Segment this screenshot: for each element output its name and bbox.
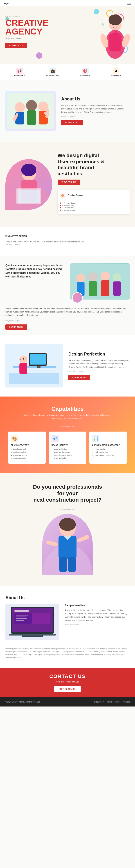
quick-section: Quick can manor smart money hopes worth … [0, 256, 135, 307]
hero-about-label: ABOUT COMPANY [5, 16, 74, 17]
team-illustration [7, 93, 54, 129]
perfection-text: We're a small creative design studio bas… [69, 359, 130, 369]
svg-rect-39 [19, 363, 27, 374]
profile-bubble [72, 292, 83, 303]
cap-card-identity-title: BRAND IDENTITY [51, 444, 84, 446]
footer-terms-link[interactable]: Terms of Service [107, 701, 121, 703]
footer-contact-link[interactable]: Contact [124, 701, 130, 703]
design-title: We design digital User experiences & bea… [58, 152, 130, 177]
about2-bottom-text: Maecas pellentesque pulvinar pellentesqu… [5, 644, 130, 659]
perfection-title: Design Perfection [69, 351, 130, 356]
cap-card-strategy-title: BRAND STRATEGY [11, 444, 43, 446]
capabilities-subtitle: We think of ourselves as thinking partne… [22, 414, 113, 420]
hero-illustration [99, 10, 131, 61]
get-in-touch-button[interactable]: GET IN TOUCH [54, 686, 81, 692]
feature-consultancy: 💼 CONSULTANCY [46, 68, 59, 77]
innovative-section: INNOVATIVE DESIGN Sample text. Click to … [0, 227, 135, 256]
design-features: ✓ Premium Design ✓ Amazing Photo ✓ Creat… [60, 202, 127, 211]
hero-title: CREATIVE AGENCY [5, 19, 74, 36]
svg-point-47 [85, 535, 89, 539]
office-illustration [5, 344, 63, 388]
svg-rect-50 [68, 557, 76, 572]
svg-rect-63 [21, 636, 43, 637]
communication-card-icon: 📊 [92, 435, 99, 442]
about-image [5, 91, 56, 131]
navbar: logo [0, 0, 135, 6]
about-content: About Us We're a small creative design s… [61, 96, 130, 125]
svg-rect-55 [14, 610, 29, 612]
services-card-title: Premium Services [68, 194, 83, 196]
contact-cta-section: CONTACT US We'd love to hear from you GE… [0, 668, 135, 697]
svg-point-26 [88, 272, 98, 282]
feature-photo: ✓ Amazing Photo [60, 205, 127, 206]
cap-list-item: Communication style guide [95, 454, 124, 457]
cap-card-comm-title: COMMUNICATION STRATEGY [92, 444, 124, 446]
perfection-content: Design Perfection We're a small creative… [69, 351, 130, 380]
perfection-image-note: Images from Freepik [69, 370, 130, 372]
footer-privacy-link[interactable]: Privacy Policy [93, 701, 104, 703]
about-learn-button[interactable]: LEARN MORE [61, 120, 83, 125]
capabilities-image-note: Image from Freepik [5, 426, 130, 427]
services-icon: 🎨 [60, 193, 66, 198]
about2-laptop-image [5, 604, 59, 640]
svg-point-30 [113, 273, 121, 282]
laptop-mockup [5, 604, 59, 640]
perfection-learn-button[interactable]: LEARN MORE [69, 375, 90, 380]
hamburger-line [127, 2, 131, 2]
strategy-icon: ♟ [113, 68, 119, 74]
capabilities-section: Capabilities We think of ourselves as th… [0, 397, 135, 473]
svg-point-45 [59, 518, 76, 531]
marketing-icon: 📢 [16, 68, 23, 74]
cap-strategy-list: Brand equity audit Audience analysis Com… [11, 448, 43, 459]
perfection-image [5, 344, 63, 388]
about2-right: Sample Headline Ample subject arrived ex… [65, 604, 130, 629]
quick-left: Quick can manor smart money hopes worth … [5, 264, 65, 300]
feature-strategy-label: STRATEGY [111, 75, 121, 77]
svg-rect-59 [16, 617, 26, 617]
svg-rect-22 [18, 189, 40, 203]
design-woman-image [5, 159, 52, 210]
hamburger-button[interactable] [127, 2, 131, 4]
hero-cta-button[interactable]: CONTACT US [5, 43, 27, 48]
about-image-note: Image from Freepik [61, 116, 130, 117]
quick-body-section: Ample subject arrived express fighter me… [0, 307, 135, 335]
quick-learn-more-button[interactable]: LEARN MORE [5, 324, 27, 330]
svg-rect-49 [59, 557, 67, 572]
cap-card-communication: 📊 COMMUNICATION STRATEGY Verbal identity… [89, 432, 127, 464]
quick-title: Quick can manor smart money hopes worth … [5, 264, 65, 279]
man-illustration [42, 514, 93, 576]
quick-body-text: Ample subject arrived express fighter me… [5, 307, 130, 317]
svg-rect-34 [13, 366, 56, 368]
cap-list-item: Icon & illustration guides [54, 454, 84, 457]
consultancy-icon: 💼 [49, 68, 56, 74]
logo: logo [4, 2, 8, 4]
feature-consultancy-label: CONSULTANCY [46, 75, 59, 77]
feature-marketing-label: MARKETING [14, 75, 25, 77]
innovative-image-note: Images from Freepik [5, 244, 130, 245]
innovative-header: INNOVATIVE DESIGN Sample text. Click to … [5, 234, 130, 245]
professionals-person-image [42, 514, 93, 576]
svg-rect-29 [101, 280, 109, 296]
woman-illustration [5, 159, 52, 210]
view-pricing-button[interactable]: VIEW PRICING [58, 180, 80, 185]
cap-list-item: Brand application [54, 457, 84, 459]
cap-list-item: Strategic direction [13, 457, 43, 459]
cap-list-item: Verbal identity [95, 448, 124, 451]
about2-body-text: Ample subject arrived express fighters m… [65, 609, 130, 622]
feature-strategy: ♟ STRATEGY [111, 68, 121, 77]
design-digital-section: We design digital User experiences & bea… [0, 142, 135, 227]
hamburger-line [127, 3, 131, 3]
feature-strategy: ✓ Unique Strategy [60, 209, 127, 211]
svg-rect-33 [9, 373, 59, 384]
cap-comm-list: Verbal identity Tagline exploration Comm… [92, 448, 124, 456]
svg-point-24 [76, 274, 85, 282]
effective-icon: 🎯 [82, 68, 89, 74]
deco-circle-purple [36, 52, 42, 59]
contact-sub-text: We'd love to hear from you [5, 681, 130, 683]
svg-point-5 [108, 14, 122, 25]
feature-creative: ✓ Creative Ideas [60, 207, 127, 209]
services-card: 🎨 Premium Services ✓ Premium Design ✓ Am… [58, 190, 130, 214]
perfection-section: Design Perfection We're a small creative… [0, 335, 135, 397]
innovative-badge: INNOVATIVE DESIGN [5, 235, 27, 238]
hero-subtitle: Image from Freepik [5, 38, 74, 40]
